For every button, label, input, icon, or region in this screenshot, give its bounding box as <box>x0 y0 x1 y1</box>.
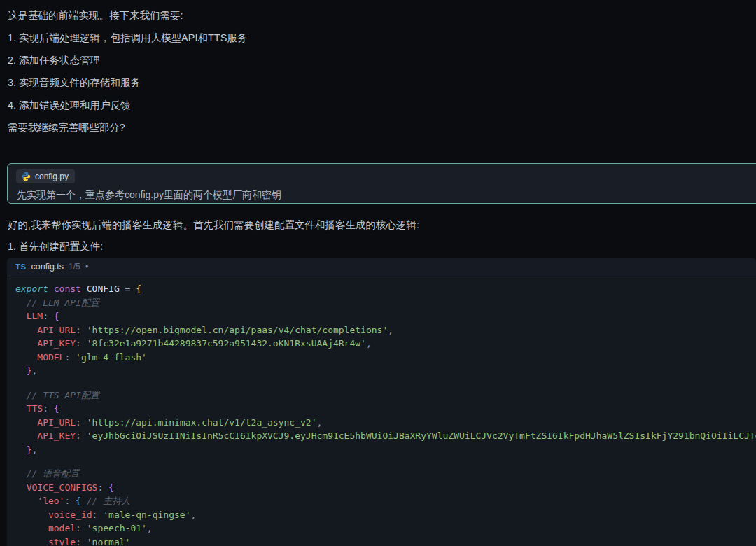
code-file-name: config.ts <box>31 262 64 272</box>
python-icon <box>21 172 31 181</box>
attachment-file-name: config.py <box>35 172 69 181</box>
code-content: export const CONFIG = { // LLM API配置 LLM… <box>7 276 756 546</box>
chat-text-line: 2. 添加任务状态管理 <box>8 53 749 76</box>
code-block: TS config.ts 1/5 ● export const CONFIG =… <box>7 258 756 546</box>
code-line: style: 'normal' <box>15 536 756 546</box>
chat-text-line: 需要我继续完善哪些部分? <box>8 120 749 143</box>
code-block-header[interactable]: TS config.ts 1/5 ● <box>7 258 756 276</box>
user-message-quote: config.py 先实现第一个，重点参考config.py里面的两个模型厂商和… <box>7 163 756 204</box>
code-line: API_KEY: 'eyJhbGciOiJSUzI1NiIsInR5cCI6Ik… <box>15 429 756 443</box>
code-line: API_KEY: '8fc32e1a9271b44289837c592a9514… <box>15 337 756 351</box>
typescript-icon: TS <box>15 262 27 271</box>
chat-text-line: 3. 实现音频文件的存储和服务 <box>8 76 749 98</box>
user-message-text: 先实现第一个，重点参考config.py里面的两个模型厂商和密钥 <box>17 189 754 202</box>
code-line: TTS: { <box>15 402 756 416</box>
code-line: API_URL: 'https://open.bigmodel.cn/api/p… <box>15 323 756 337</box>
assistant-message-1: 这是基础的前端实现。接下来我们需要: 1. 实现后端处理逻辑，包括调用大模型AP… <box>8 8 749 143</box>
chat-text-line: 好的,我来帮你实现后端的播客生成逻辑。首先我们需要创建配置文件和播客生成的核心逻… <box>8 218 749 239</box>
code-line: MODEL: 'glm-4-flash' <box>15 351 756 365</box>
code-line <box>15 456 756 467</box>
code-line: model: 'speech-01', <box>15 522 756 536</box>
code-line: voice_id: 'male-qn-qingse', <box>15 508 756 522</box>
code-line: // LLM API配置 <box>15 296 756 310</box>
code-line: API_URL: 'https://api.minimax.chat/v1/t2… <box>15 416 756 430</box>
code-line: }, <box>15 364 756 378</box>
code-line: 'leo': { // 主持人 <box>15 494 756 508</box>
code-line: LLM: { <box>15 309 756 323</box>
modified-dot-icon: ● <box>85 264 89 270</box>
code-line <box>15 378 756 388</box>
chat-panel: 这是基础的前端实现。接下来我们需要: 1. 实现后端处理逻辑，包括调用大模型AP… <box>0 0 756 546</box>
code-line: // TTS API配置 <box>15 388 756 402</box>
chat-text-line: 1. 实现后端处理逻辑，包括调用大模型API和TTS服务 <box>8 31 749 53</box>
code-line: }, <box>15 443 756 457</box>
chat-text-line: 4. 添加错误处理和用户反馈 <box>8 98 749 120</box>
file-attachment-chip[interactable]: config.py <box>16 169 75 183</box>
assistant-message-2: 好的,我来帮你实现后端的播客生成逻辑。首先我们需要创建配置文件和播客生成的核心逻… <box>8 218 749 261</box>
code-line: export const CONFIG = { <box>15 282 756 296</box>
chat-text-line: 这是基础的前端实现。接下来我们需要: <box>8 8 749 31</box>
code-progress-counter: 1/5 <box>69 262 80 272</box>
code-line: VOICE_CONFIGS: { <box>15 481 756 495</box>
code-line: // 语音配置 <box>15 467 756 481</box>
